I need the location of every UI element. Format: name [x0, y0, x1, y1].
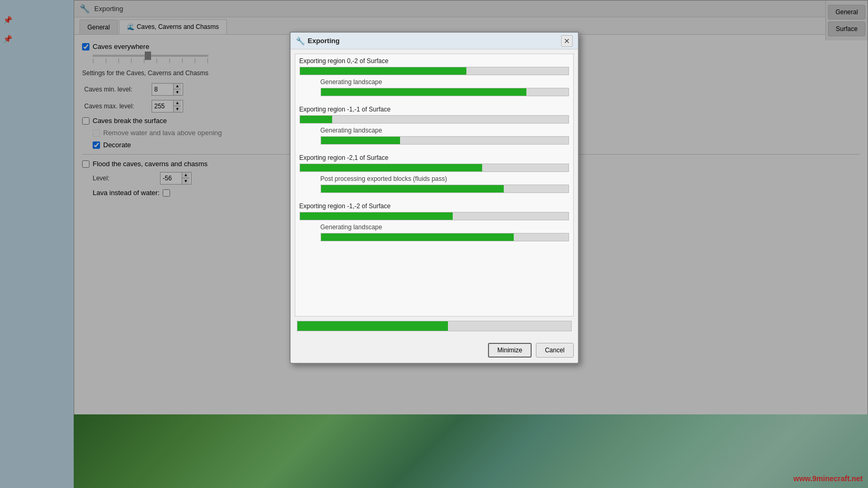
progress-section-2: Exporting region -1,-1 of Surface Genera…	[295, 103, 573, 151]
sub-1-fill	[321, 88, 526, 96]
minimize-button[interactable]: Minimize	[488, 343, 532, 358]
dialog-overlay: 🔧 Exporting ✕ Exporting region 0,-2 of S…	[0, 0, 868, 488]
region-2-fill	[300, 116, 332, 123]
dialog-body: Exporting region 0,-2 of Surface Generat…	[291, 49, 578, 340]
sub-4-label: Generating landscape	[321, 223, 569, 231]
sub-2: Generating landscape	[321, 127, 569, 145]
dialog-close-button[interactable]: ✕	[561, 35, 573, 47]
region-2-bar	[300, 115, 569, 124]
sub-3-bar	[321, 185, 569, 193]
progress-section-3: Exporting region -2,1 of Surface Post pr…	[295, 151, 573, 199]
sub-1: Generating landscape	[321, 78, 569, 96]
progress-section-4: Exporting region -1,-2 of Surface Genera…	[295, 199, 573, 248]
sub-2-label: Generating landscape	[321, 127, 569, 134]
region-3-label: Exporting region -2,1 of Surface	[300, 154, 569, 161]
sub-1-label: Generating landscape	[321, 78, 569, 86]
sub-4-bar	[321, 233, 569, 241]
progress-list[interactable]: Exporting region 0,-2 of Surface Generat…	[295, 54, 574, 317]
region-2-label: Exporting region -1,-1 of Surface	[300, 106, 569, 113]
overall-progress-bar	[297, 321, 572, 331]
dialog-cancel-button[interactable]: Cancel	[536, 343, 573, 358]
region-4-fill	[300, 212, 453, 220]
region-3-fill	[300, 164, 483, 171]
sub-2-bar	[321, 136, 569, 145]
dialog-title: Exporting	[308, 37, 340, 45]
region-1-bar	[300, 67, 569, 75]
sub-4-fill	[321, 233, 514, 241]
sub-1-bar	[321, 88, 569, 96]
sub-4: Generating landscape	[321, 223, 569, 241]
overall-progress-fill	[297, 321, 448, 331]
region-4-bar	[300, 212, 569, 220]
region-3-bar	[300, 164, 569, 172]
dialog-title-icon: 🔧	[296, 37, 305, 45]
export-dialog: 🔧 Exporting ✕ Exporting region 0,-2 of S…	[290, 32, 579, 364]
dialog-titlebar-left: 🔧 Exporting	[296, 37, 340, 45]
dialog-titlebar: 🔧 Exporting ✕	[291, 33, 578, 49]
dialog-footer: Minimize Cancel	[291, 340, 578, 363]
sub-3: Post processing exported blocks (fluids …	[321, 175, 569, 193]
sub-3-fill	[321, 185, 504, 192]
sub-3-label: Post processing exported blocks (fluids …	[321, 175, 569, 182]
progress-section-1: Exporting region 0,-2 of Surface Generat…	[295, 54, 573, 103]
region-1-fill	[300, 67, 466, 75]
sub-2-fill	[321, 137, 400, 144]
region-4-label: Exporting region -1,-2 of Surface	[300, 202, 569, 210]
region-1-label: Exporting region 0,-2 of Surface	[300, 57, 569, 65]
